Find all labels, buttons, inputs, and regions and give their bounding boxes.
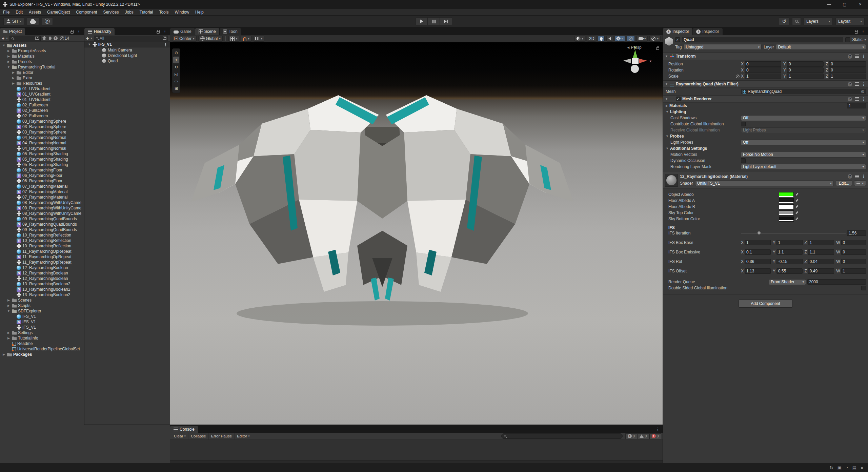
object-picker-icon[interactable]: ⊙ [861,89,864,94]
console-collapse-button[interactable]: Collapse [188,433,209,439]
console-log-area[interactable] [170,440,663,460]
project-tree-item[interactable]: 07_RaymarchingMaterial [0,184,84,189]
project-tree-item[interactable]: ▶Scripts [0,303,84,308]
help-icon[interactable]: ? [848,97,852,101]
project-tree-item[interactable]: ▶Resources [0,81,84,86]
lock-icon[interactable] [157,31,160,34]
tab-scene[interactable]: Scene [195,28,219,35]
project-tree-item[interactable]: ▶Scenes [0,297,84,303]
hidden-items-toggle[interactable]: 14 [60,36,69,41]
foldout-icon[interactable]: ▼ [88,43,91,46]
rendering-layer-mask-dropdown[interactable]: Light Layer default▾ [741,164,866,170]
project-tree-item[interactable]: 10_RaymarchingReflection [0,232,84,238]
progress-icon[interactable]: ◔ [846,465,848,470]
hierarchy-search-input[interactable]: All [94,36,168,41]
tab-hierarchy[interactable]: Hierarchy [84,28,115,35]
shader-dropdown[interactable]: Unlit/IFS_V1▾ [695,180,834,186]
project-tree-item[interactable]: 01_UVGradient [0,86,84,91]
axis-field-w[interactable]: 1 [841,268,866,274]
project-tree-item[interactable]: 09_RaymarchingQuadBounds [0,222,84,227]
project-tree-item[interactable]: 06_RaymarchingFloor [0,178,84,184]
presets-icon[interactable] [855,97,859,101]
lighting-foldout[interactable]: Lighting [670,109,686,114]
project-tree-item[interactable]: ▶ExampleAssets [0,48,84,54]
eyedropper-icon[interactable] [795,199,799,203]
layers-dropdown[interactable]: Layers ▾ [804,17,833,25]
axis-field-y[interactable]: 1.1 [776,249,803,255]
gizmo-lock-icon[interactable] [656,47,659,50]
project-tree-item[interactable]: ▶TutorialInfo [0,335,84,341]
refresh-icon[interactable]: ↻ [830,465,833,470]
hierarchy-item-quad[interactable]: Quad [84,58,170,64]
presets-icon[interactable] [855,175,859,178]
maximize-button[interactable]: ▢ [837,0,852,9]
tab-project[interactable]: Project [0,28,25,35]
shader-edit-button[interactable]: Edit... [836,180,852,186]
foldout-icon[interactable]: ▼ [7,65,11,69]
material-list-button[interactable]: ▾ [854,180,866,186]
project-tree-item[interactable]: 06_RaymarchingFloor [0,167,84,173]
project-tree-item[interactable]: Readme [0,341,84,346]
add-component-button[interactable]: Add Component [739,300,793,308]
tool-handle-pivot-dropdown[interactable]: Center▾ [172,36,197,42]
project-tree-item[interactable]: ▶Materials [0,54,84,59]
project-tree-item[interactable]: 12_RaymarchingBoolean [0,265,84,270]
close-button[interactable]: × [852,0,868,9]
project-tree-item[interactable]: ▶Extra [0,75,84,81]
menu-services[interactable]: Services [100,9,122,15]
foldout-icon[interactable]: ▶ [12,82,15,85]
menu-tutorial[interactable]: Tutorial [137,9,156,15]
link-broken-icon[interactable] [736,75,740,78]
mesh-filter-header[interactable]: ▼ Raymarching Quad (Mesh Filter) ? ⋮ [663,80,868,88]
foldout-icon[interactable]: ▼ [665,97,668,101]
axis-field-x[interactable]: 0 [745,67,781,73]
project-tree-item[interactable]: 11_RaymarchingOpRepeat [0,254,84,260]
lock-icon[interactable] [70,31,74,34]
project-tree-item[interactable]: 13_RaymarchingBoolean2 [0,292,84,297]
layer-dropdown[interactable]: Default▾ [776,44,866,50]
foldout-icon[interactable]: ▼ [7,309,11,313]
project-tree-item[interactable]: 06_RaymarchingFloor [0,173,84,178]
axis-field-x[interactable]: 1 [745,240,771,245]
scene-lighting-toggle[interactable] [598,36,605,42]
menu-window[interactable]: Window [171,9,192,15]
console-clear-button[interactable]: Clear▾ [171,433,188,439]
panel-menu-icon[interactable]: ⋮ [861,29,865,34]
axis-field-x[interactable]: 0 [745,61,781,67]
axis-field-w[interactable]: 0 [841,249,866,255]
console-error-count-button[interactable]: !0 [649,433,661,439]
axis-field-x[interactable]: 1 [745,74,781,79]
project-tree-item[interactable]: 01_UVGradient [0,91,84,97]
lock-icon[interactable] [855,31,858,34]
view-tool-button[interactable]: ⊙ [173,49,179,56]
chevron-down-icon[interactable]: ▾ [90,37,92,40]
foldout-icon[interactable]: ▶ [7,304,11,307]
tool-handle-rotation-dropdown[interactable]: Global▾ [198,36,223,42]
layout-dropdown[interactable]: Layout ▾ [835,17,865,25]
global-search-button[interactable] [792,17,801,25]
static-flags-dropdown[interactable]: ▾ [864,38,866,41]
snap-toggle[interactable]: ▾ [241,36,251,42]
project-tree-item[interactable]: 02_Fullscreen [0,108,84,113]
foldout-icon[interactable]: ▼ [665,55,668,58]
project-tree-item[interactable]: 10_RaymarchingReflection [0,238,84,243]
axis-field-z[interactable]: 0 [829,67,866,73]
foldout-icon[interactable]: ▶ [7,331,11,334]
color-swatch[interactable] [779,210,794,216]
tag-dropdown[interactable]: Untagged▾ [684,44,762,50]
play-button[interactable] [416,17,428,25]
axis-field-x[interactable]: 0.1 [745,249,771,255]
project-tree-item[interactable]: ▶Presets [0,59,84,64]
scene-menu-icon[interactable]: ⋮ [163,42,170,47]
panel-menu-icon[interactable]: ⋮ [655,427,660,432]
project-tree-item[interactable]: 05_RaymarchingShading [0,151,84,157]
foldout-icon[interactable]: ▼ [2,44,6,47]
color-swatch[interactable] [779,198,794,203]
project-tree-item[interactable]: 11_RaymarchingOpRepeat [0,260,84,265]
axis-field-z[interactable]: 1 [829,74,866,79]
foldout-icon[interactable]: ▶ [7,336,11,340]
cast-shadows-dropdown[interactable]: Off▾ [741,115,866,121]
material-header[interactable]: 12_RaymarchingBoolean (Material) ? ⋮ Sha… [663,172,868,189]
alert-icon[interactable]: ! [54,36,58,40]
hierarchy-item-main-camera[interactable]: Main Camera [84,47,170,53]
